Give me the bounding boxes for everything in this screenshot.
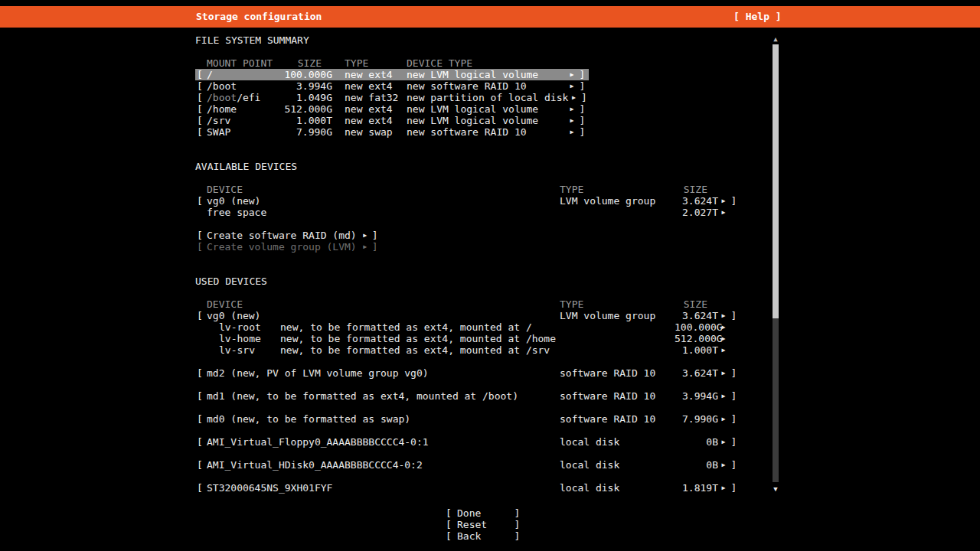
- bracket: [512, 507, 522, 519]
- expand-arrow-icon: ▶: [718, 436, 729, 448]
- fs-type: new ext4: [345, 115, 407, 126]
- bracket: [512, 530, 522, 542]
- bracket: [729, 390, 739, 402]
- bracket: [197, 459, 207, 471]
- create-software-raid-button[interactable]: Create software RAID (md) ▶: [195, 230, 740, 241]
- size-value: 7.990G: [675, 413, 718, 425]
- bracket: [197, 436, 207, 448]
- scrollbar[interactable]: ▲ ▼: [770, 34, 781, 494]
- fs-row-boot-efi[interactable]: /boot/efi 1.049G new fat32 new partition…: [195, 92, 589, 103]
- fs-row-swap[interactable]: SWAP 7.990G new swap new software RAID 1…: [195, 126, 589, 138]
- size-value: 3.994G: [675, 390, 718, 402]
- size-value: 2.027T: [675, 207, 718, 218]
- device-type: new partition of local disk: [407, 92, 568, 103]
- fs-row-boot[interactable]: /boot 3.994G new ext4 new software RAID …: [195, 80, 589, 92]
- scroll-up-icon[interactable]: ▲: [770, 34, 781, 44]
- help-button[interactable]: [ Help ]: [733, 11, 782, 22]
- column-header-size: SIZE: [274, 57, 332, 69]
- fs-type: new fat32: [345, 92, 407, 103]
- column-header-type: TYPE: [560, 298, 675, 310]
- fs-table-header: MOUNT POINT SIZE TYPE DEVICE TYPE: [195, 57, 589, 69]
- used-row-lv-root[interactable]: lv-root new, to be formatted as ext4, mo…: [195, 321, 740, 333]
- section-title: USED DEVICES: [195, 276, 740, 287]
- device-name: AMI_Virtual_Floppy0_AAAABBBBCCCC4-0:1: [207, 436, 560, 448]
- button-label: Back: [456, 530, 512, 542]
- device-type: software RAID 10: [560, 367, 675, 379]
- device-type: software RAID 10: [560, 390, 675, 402]
- fs-row-home[interactable]: /home 512.000G new ext4 new LVM logical …: [195, 103, 589, 115]
- used-row-md1[interactable]: md1 (new, to be formatted as ext4, mount…: [195, 390, 740, 402]
- bracket: [512, 519, 522, 530]
- lv-description: new, to be formatted as ext4, mounted at…: [280, 321, 675, 333]
- bracket: [446, 507, 456, 519]
- bracket: [197, 310, 207, 321]
- title-bar: Storage configuration [ Help ]: [0, 6, 980, 28]
- used-row-md0[interactable]: md0 (new, to be formatted as swap) softw…: [195, 413, 740, 425]
- mount-point: /srv: [207, 115, 274, 126]
- fs-type: new swap: [345, 126, 407, 138]
- used-row-virtual-hdisk[interactable]: AMI_Virtual_HDisk0_AAAABBBBCCCC4-0:2 loc…: [195, 459, 740, 471]
- expand-arrow-icon: ▶: [360, 230, 371, 241]
- device-name: ST32000645NS_9XH01FYF: [207, 482, 560, 494]
- used-devices-section: USED DEVICES DEVICE TYPE SIZE vg0 (new) …: [195, 276, 740, 494]
- bracket: [197, 126, 207, 138]
- column-header-mount-point: MOUNT POINT: [207, 57, 274, 69]
- expand-arrow-icon: ▶: [718, 482, 729, 494]
- used-row-virtual-floppy[interactable]: AMI_Virtual_Floppy0_AAAABBBBCCCC4-0:1 lo…: [195, 436, 740, 448]
- device-type: new LVM logical volume: [407, 103, 567, 115]
- bracket: [729, 459, 739, 471]
- expand-arrow-icon: ▶: [568, 92, 579, 103]
- button-label: Reset: [456, 519, 512, 530]
- used-row-vg0[interactable]: vg0 (new) LVM volume group 3.624T ▶: [195, 310, 740, 321]
- expand-arrow-icon: ▶: [567, 103, 577, 115]
- available-row-free-space[interactable]: free space 2.027T ▶: [195, 207, 740, 218]
- bracket: [729, 310, 739, 321]
- mount-label: /boot: [207, 80, 237, 92]
- used-row-lv-srv[interactable]: lv-srv new, to be formatted as ext4, mou…: [195, 344, 740, 356]
- mount-point: /boot/efi: [207, 92, 274, 103]
- expand-arrow-icon: ▶: [567, 115, 577, 126]
- used-row-st32000645ns[interactable]: ST32000645NS_9XH01FYF local disk 1.819T …: [195, 482, 740, 494]
- size-value: 0B: [675, 436, 718, 448]
- section-title: AVAILABLE DEVICES: [195, 161, 740, 172]
- reset-button[interactable]: Reset: [444, 519, 524, 530]
- scrollbar-track[interactable]: [773, 44, 779, 482]
- size-value: 100.000G: [675, 321, 718, 333]
- bracket: [197, 69, 207, 80]
- column-header-device: DEVICE: [207, 184, 560, 195]
- done-button[interactable]: Done: [444, 507, 524, 519]
- scrollbar-thumb[interactable]: [773, 44, 779, 318]
- bracket: [446, 519, 456, 530]
- device-name: md2 (new, PV of LVM volume group vg0): [207, 367, 560, 379]
- bracket: [197, 195, 207, 207]
- back-button[interactable]: Back: [444, 530, 524, 542]
- scroll-down-icon[interactable]: ▼: [770, 484, 781, 495]
- available-row-vg0[interactable]: vg0 (new) LVM volume group 3.624T ▶: [195, 195, 740, 207]
- lv-name: lv-srv: [219, 344, 280, 356]
- used-row-lv-home[interactable]: lv-home new, to be formatted as ext4, mo…: [195, 333, 740, 344]
- size-value: 3.624T: [675, 367, 718, 379]
- bracket: [729, 195, 739, 207]
- device-name: free space: [207, 207, 560, 218]
- bracket: [372, 241, 378, 253]
- mount-point: /boot: [207, 80, 274, 92]
- bracket: [729, 436, 739, 448]
- expand-arrow-icon: ▶: [718, 390, 729, 402]
- device-type: LVM volume group: [560, 195, 675, 207]
- used-row-md2[interactable]: md2 (new, PV of LVM volume group vg0) so…: [195, 367, 740, 379]
- device-name: AMI_Virtual_HDisk0_AAAABBBBCCCC4-0:2: [207, 459, 560, 471]
- expand-arrow-icon: ▶: [567, 80, 577, 92]
- bracket: [197, 482, 207, 494]
- mount-label: /srv: [207, 115, 230, 126]
- fs-row-srv[interactable]: /srv 1.000T new ext4 new LVM logical vol…: [195, 115, 589, 126]
- bracket: [577, 80, 587, 92]
- bracket: [577, 103, 587, 115]
- fs-row-root[interactable]: / 100.000G new ext4 new LVM logical volu…: [195, 69, 589, 80]
- device-type: software RAID 10: [560, 413, 675, 425]
- size-value: 100.000G: [274, 69, 332, 80]
- file-system-summary-section: FILE SYSTEM SUMMARY MOUNT POINT SIZE TYP…: [195, 34, 589, 138]
- mount-point: SWAP: [207, 126, 274, 138]
- column-header-size: SIZE: [675, 298, 718, 310]
- device-type: new software RAID 10: [407, 80, 567, 92]
- device-type: LVM volume group: [560, 310, 675, 321]
